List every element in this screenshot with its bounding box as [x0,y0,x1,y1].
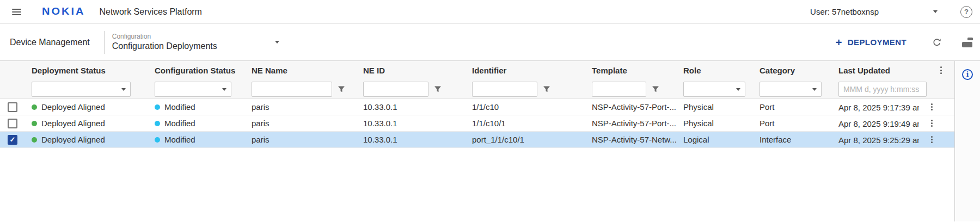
help-icon[interactable] [960,6,972,18]
configuration-status-value: Modified [164,135,195,144]
row-checkbox[interactable] [8,119,17,128]
table-row[interactable]: Deployed Aligned Modified paris 10.33.0.… [0,115,954,132]
breadcrumb-category: Configuration [112,33,217,41]
template-value: NSP-Activity-57-Port-... [585,119,677,128]
deployment-status-value: Deployed Aligned [41,119,105,128]
col-header-configuration-status[interactable]: Configuration Status [148,66,245,75]
filter-funnel-icon[interactable] [652,85,659,93]
identifier-value: 1/1/c10 [465,102,585,112]
refresh-icon[interactable] [932,37,942,48]
last-updated-value: Apr 8, 2025 9:17:39 am [838,103,919,112]
status-dot-cyan [155,137,160,143]
category-value: Port [753,102,832,112]
breadcrumb[interactable]: Configuration Configuration Deployments [112,33,217,52]
status-dot-cyan [155,121,160,126]
category-value: Interface [753,135,832,144]
col-header-identifier[interactable]: Identifier [465,66,585,75]
plus-icon [836,37,842,48]
chevron-down-icon[interactable] [275,41,279,44]
ne-id-value: 10.33.0.1 [357,102,465,112]
identifier-value: port_1/1/c10/1 [465,135,585,144]
table-filter-row [0,79,954,99]
add-deployment-button[interactable]: DEPLOYMENT [836,37,906,48]
col-header-role[interactable]: Role [677,66,753,75]
status-dot-green [32,137,37,143]
deployment-status-value: Deployed Aligned [41,102,105,112]
row-kebab-menu-icon[interactable] [929,133,934,145]
last-updated-filter-input[interactable] [838,82,927,97]
identifier-value: 1/1/c10/1 [465,119,585,128]
configuration-status-value: Modified [164,102,195,112]
col-header-last-updated[interactable]: Last Updated [832,66,928,75]
top-bar: NOKIA Network Services Platform User: 57… [0,0,980,24]
configuration-status-filter-select[interactable] [155,82,231,97]
table-row[interactable]: Deployed Aligned Modified paris 10.33.0.… [0,99,954,115]
deployment-status-filter-select[interactable] [32,82,131,97]
add-deployment-label: DEPLOYMENT [848,38,906,47]
info-panel [954,61,980,221]
category-value: Port [753,119,832,128]
app-title: Network Services Platform [99,7,202,17]
col-header-deployment-status[interactable]: Deployment Status [25,66,148,75]
kebab-menu-icon[interactable] [939,64,944,76]
divider [104,31,105,54]
toolbar: Device Management Configuration Configur… [0,24,980,61]
row-checkbox[interactable] [8,102,17,112]
col-header-ne-id[interactable]: NE ID [357,66,465,75]
chevron-down-icon [121,88,126,91]
app-name: Device Management [10,38,90,47]
col-header-ne-name[interactable]: NE Name [245,66,357,75]
info-icon[interactable] [962,69,973,80]
column-settings-icon[interactable] [962,38,973,47]
deployments-table: Deployment Status Configuration Status N… [0,61,954,221]
nokia-logo[interactable]: NOKIA [42,6,85,17]
role-value: Physical [677,102,753,112]
last-updated-value: Apr 8, 2025 9:25:29 am [838,135,919,145]
ne-id-value: 10.33.0.1 [357,119,465,128]
hamburger-icon[interactable] [12,9,21,15]
row-kebab-menu-icon[interactable] [929,117,934,129]
table-row[interactable]: Deployed Aligned Modified paris 10.33.0.… [0,132,954,148]
col-header-template[interactable]: Template [585,66,677,75]
status-dot-cyan [155,104,160,110]
filter-funnel-icon[interactable] [434,85,442,93]
ne-name-value: paris [245,102,357,112]
template-value: NSP-Activity-57-Port-... [585,102,677,112]
main-content: Deployment Status Configuration Status N… [0,61,980,221]
ne-id-value: 10.33.0.1 [357,135,465,144]
role-filter-select[interactable] [683,82,745,97]
row-checkbox[interactable] [8,135,17,145]
role-value: Logical [677,135,753,144]
last-updated-value: Apr 8, 2025 9:19:49 am [838,119,919,128]
table-header-row: Deployment Status Configuration Status N… [0,61,954,79]
col-header-category[interactable]: Category [753,66,832,75]
ne-name-value: paris [245,135,357,144]
status-dot-green [32,104,37,110]
chevron-down-icon [222,88,226,91]
breadcrumb-page: Configuration Deployments [112,41,217,52]
chevron-down-icon [812,88,817,91]
template-value: NSP-Activity-57-Netw... [585,135,677,144]
identifier-filter-input[interactable] [472,82,537,97]
ne-id-filter-input[interactable] [363,82,428,97]
category-filter-select[interactable] [759,82,822,97]
filter-funnel-icon[interactable] [338,85,345,93]
status-dot-green [32,121,37,126]
ne-name-filter-input[interactable] [252,82,332,97]
chevron-down-icon [736,88,740,91]
ne-name-value: paris [245,119,357,128]
user-menu-label[interactable]: User: 57netboxnsp [810,7,879,16]
role-value: Physical [677,119,753,128]
configuration-status-value: Modified [164,119,195,128]
filter-funnel-icon[interactable] [543,85,550,93]
chevron-down-icon[interactable] [933,10,938,13]
template-filter-input[interactable] [592,82,646,97]
deployment-status-value: Deployed Aligned [41,135,105,144]
row-kebab-menu-icon[interactable] [929,101,934,113]
